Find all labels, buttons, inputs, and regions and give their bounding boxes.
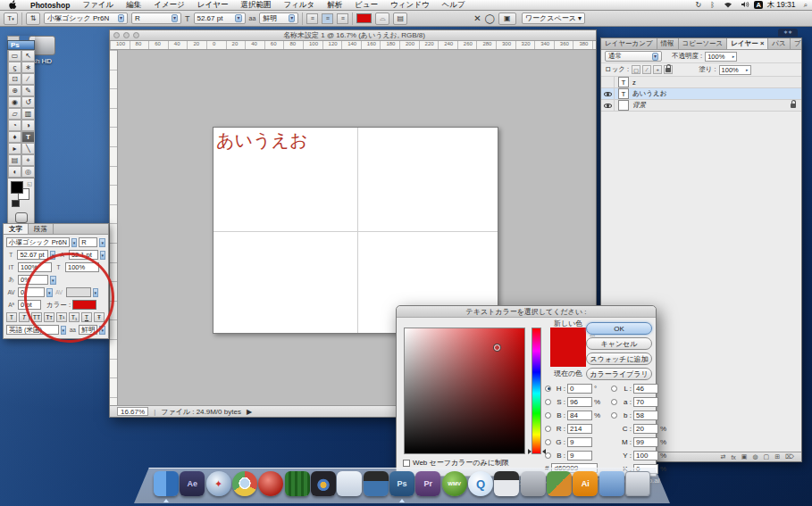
cp-baseline[interactable]: 0 pt [18, 300, 41, 310]
cp-kerning[interactable]: 0 [18, 287, 45, 297]
pen-tool[interactable]: ♦ [8, 131, 21, 143]
ok-button[interactable]: OK [586, 322, 652, 335]
blend-mode-select[interactable]: 通常▾ [605, 51, 662, 62]
status-menu-arrow[interactable]: ▶ [247, 408, 252, 416]
workspace-button[interactable]: ワークスペース ▾ [522, 12, 585, 24]
picker-right-field[interactable]: 58 [633, 411, 658, 420]
eyedropper-tool[interactable]: ⌖ [21, 154, 35, 166]
hue-marker-left[interactable] [528, 449, 532, 454]
websafe-checkbox-row[interactable]: Web セーフカラーのみに制限 [403, 458, 509, 468]
default-colors-icon[interactable]: ◱ [27, 180, 32, 187]
layer-mask-icon[interactable]: ▣ [741, 453, 748, 460]
input-method-indicator[interactable]: A [754, 1, 763, 9]
menu-item-10[interactable]: ヘルプ [436, 0, 472, 11]
websafe-checkbox[interactable] [403, 460, 410, 467]
subscript-button[interactable]: T₁ [69, 312, 80, 322]
strikethrough-button[interactable]: Ŧ [94, 312, 105, 322]
path-selection-tool[interactable]: ▸ [8, 143, 21, 154]
font-style-select[interactable]: R▾ [131, 12, 181, 24]
tab-character[interactable]: 文字 [4, 224, 29, 234]
zoom-button[interactable] [133, 32, 139, 38]
panel-tab-3[interactable]: レイヤー × [727, 38, 768, 49]
tool-palette-title[interactable]: Ps [7, 40, 35, 50]
cp-font-style[interactable]: R [79, 237, 97, 247]
faux-bold-button[interactable]: T [6, 312, 17, 322]
dodge-tool[interactable]: ◑ [21, 120, 35, 131]
add-to-swatches-button[interactable]: スウォッチに追加 [586, 353, 652, 365]
picker-left-radio[interactable] [545, 399, 551, 405]
menu-item-6[interactable]: フィルタ [277, 0, 321, 11]
slice-tool[interactable]: ∕ [21, 73, 35, 85]
layer-row-1[interactable]: Tあいうえお [601, 88, 801, 100]
color-field[interactable] [404, 328, 525, 454]
picker-left-radio[interactable] [545, 439, 551, 445]
picker-right-radio[interactable] [611, 412, 617, 419]
dock-item-red-media-app[interactable] [258, 471, 283, 496]
lock-all-icon[interactable] [664, 65, 673, 74]
dock-item-finder[interactable] [154, 471, 179, 496]
panel-tab-2[interactable]: コピーソース [679, 38, 728, 49]
bridge-icon[interactable]: ▣ [498, 12, 516, 25]
dock-item-trash[interactable] [625, 471, 650, 496]
dock-item-after-effects[interactable]: Ae [180, 471, 205, 496]
dock-item-green-bamboo-app[interactable] [285, 471, 310, 496]
panel-tab-4[interactable]: パス [768, 38, 790, 49]
adjustment-layer-icon[interactable]: ◍ [752, 453, 758, 460]
panel-tab-1[interactable]: 情報 [657, 38, 679, 49]
clone-stamp-tool[interactable]: ◉ [8, 96, 21, 108]
font-size-select[interactable]: 52.67 pt▾ [194, 12, 246, 24]
move-tool[interactable]: ↖ [21, 50, 35, 62]
dock-item-photoshop[interactable]: Ps [389, 471, 414, 496]
text-orientation-icon[interactable]: ⇅ [26, 12, 40, 25]
delete-layer-icon[interactable]: ⌦ [785, 453, 794, 460]
underline-button[interactable]: T [81, 312, 92, 322]
dock-item-illustrator[interactable]: Ai [573, 471, 598, 496]
cp-color-swatch[interactable] [72, 300, 96, 310]
canvas-text[interactable]: あいうえお [216, 129, 307, 153]
cp-font-family[interactable]: 小塚ゴシック Pr6N [6, 237, 70, 247]
picker-left-radio[interactable] [545, 426, 551, 432]
all-caps-button[interactable]: TT [31, 312, 42, 322]
cancel-edit-button[interactable]: ✕ [473, 13, 481, 23]
tab-paragraph[interactable]: 段落 [29, 224, 54, 234]
superscript-button[interactable]: T¹ [56, 312, 67, 322]
cp-tsume[interactable]: 0% [18, 275, 48, 285]
dock-item-safari[interactable]: ✦ [206, 471, 231, 496]
panel-tab-0[interactable]: レイヤーカンプ [601, 38, 657, 49]
zoom-tool[interactable]: ◎ [21, 166, 35, 178]
small-caps-button[interactable]: Tᴛ [44, 312, 54, 322]
color-libraries-button[interactable]: カラーライブラリ [586, 368, 652, 380]
picker-left-field[interactable]: 9 [567, 437, 592, 447]
layer-row-2[interactable]: 背景 [601, 100, 801, 112]
minimize-button[interactable] [123, 32, 130, 38]
picker-left-field[interactable]: 0 [567, 384, 592, 394]
blur-tool[interactable]: ◔ [8, 120, 21, 131]
cp-hscale[interactable]: 100% [65, 262, 99, 272]
picker-left-field[interactable]: 9 [567, 451, 592, 460]
picker-right-field[interactable]: 99 [633, 437, 658, 447]
layer-style-icon[interactable]: fx [731, 454, 735, 460]
canvas[interactable]: あいうえお [213, 127, 498, 334]
toggle-panels-icon[interactable]: ▤ [393, 12, 407, 25]
anti-alias-select[interactable]: 鮮明▾ [259, 12, 298, 24]
cp-antialias[interactable]: 鮮明 [79, 325, 97, 335]
foreground-color-swatch[interactable] [11, 181, 23, 194]
align-right-button[interactable]: ≡ [337, 13, 348, 24]
picker-left-field[interactable]: 214 [567, 424, 592, 434]
visibility-toggle[interactable] [601, 100, 615, 112]
wifi-icon[interactable] [719, 1, 737, 10]
visibility-toggle[interactable] [601, 77, 615, 88]
dock-item-dark-flower-app[interactable] [311, 471, 336, 496]
dock-item-iphoto[interactable] [337, 471, 362, 496]
menu-item-9[interactable]: ウィンドウ [384, 0, 436, 11]
hue-slider[interactable] [532, 328, 541, 454]
dock-item-quicktime[interactable]: Q [468, 471, 493, 496]
dock-item-flip4mac-wmv[interactable]: WMV [442, 471, 467, 496]
panel-tab-5[interactable]: ブラシ [791, 38, 801, 49]
lock-pixels-icon[interactable]: ∕ [642, 65, 651, 74]
link-layers-icon[interactable]: ⇄ [721, 453, 726, 460]
menu-item-4[interactable]: レイヤー [191, 0, 235, 11]
cp-size[interactable]: 52.67 pt [17, 250, 47, 260]
visibility-toggle[interactable] [601, 88, 615, 100]
type-tool[interactable]: T [21, 131, 35, 143]
